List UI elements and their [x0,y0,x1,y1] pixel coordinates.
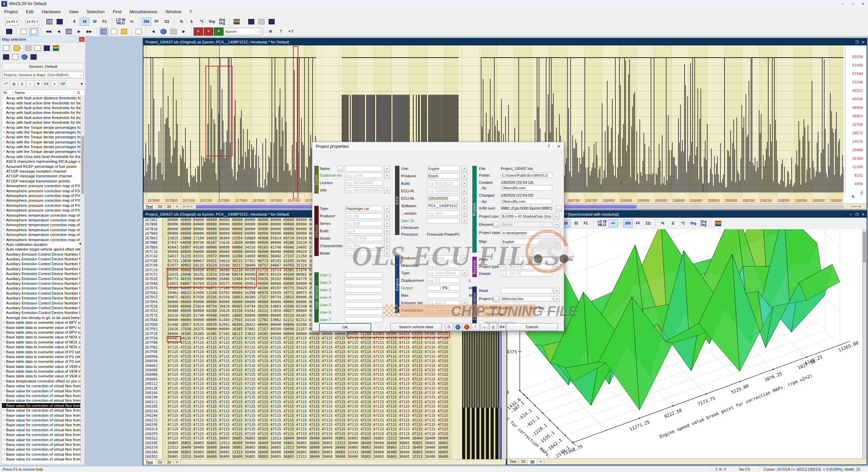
doc-icon[interactable] [29,27,39,36]
doc-icon[interactable] [19,27,28,36]
toolbar-button-item[interactable]: ◀ [149,27,158,36]
minimize-icon[interactable]: ─ [850,213,852,216]
tab-3d[interactable]: 3d [165,460,174,465]
toolbar-button-v[interactable]: V [204,27,213,36]
map-list-scrollbar[interactable]: ◀ [80,95,85,463]
map-list-item[interactable]: Auxiliary Emission Control Device Number… [2,296,85,300]
toolbar-button-lo-hi-hilo[interactable]: LO HI HILO [596,219,608,228]
field-user-4[interactable] [345,295,383,300]
hex-row-268322[interactable]: 26832247115 47115 47115 47115 36865 3686… [143,436,462,440]
tab-2d[interactable]: 2d [156,460,165,465]
toolbar-button-255[interactable]: 255 [623,219,633,228]
menu-item-edit[interactable]: Edit [22,7,37,16]
map-list-item[interactable]: ✳Base table data to overwrite value of B… [2,325,85,330]
field-by[interactable] [501,199,552,204]
dialog-spinner[interactable]: ▲▼ [558,257,563,270]
toolbar-button-ff[interactable]: FF [152,18,161,26]
field-model[interactable] [345,236,383,241]
filter-button-item[interactable]: Δ [18,80,26,87]
toolbar-button-f1[interactable]: F1. [581,219,591,228]
field-build[interactable] [427,181,459,186]
map-list-item[interactable]: Array with fault active time thresholds … [2,100,85,105]
expand-button-producer[interactable]: > [461,255,467,261]
dark-icon[interactable] [246,18,256,26]
dialog-mini-button-5[interactable]: § [489,323,497,331]
menu-item-find[interactable]: Find [109,7,125,16]
field-user-11[interactable] [427,218,459,223]
map-list-item[interactable]: ✳Base table data to overwrite value of P… [2,349,85,354]
field-producer[interactable] [427,255,459,261]
map-list-item[interactable]: ✳Array with the Torque derate percentage… [2,149,85,154]
tab-item[interactable]: = [174,460,181,465]
field-max[interactable] [427,293,459,298]
field-displacement[interactable] [427,278,459,283]
map-list-item[interactable]: ✳Auto calibration duration [2,242,85,247]
field-build[interactable] [345,228,383,234]
field-type[interactable] [427,270,459,276]
field-ecu-nr[interactable] [427,196,459,201]
filter-button-kk[interactable]: KK [43,80,50,87]
expand-button-model[interactable]: > [384,236,390,242]
field-producer[interactable] [345,213,383,219]
map-list-item[interactable]: ✳Base value for correction of virtual No… [2,393,85,398]
browse-button[interactable]: ... [556,205,561,212]
rainbow-icon[interactable] [713,219,723,228]
field-price[interactable] [501,257,552,262]
toolbar-button-111[interactable]: 111 [644,219,653,228]
menu-item-miscellaneous[interactable]: Miscellaneous [125,7,161,16]
hex-row-26816A[interactable]: 26816A47115 47115 47115 47115 47115 4711… [143,391,462,395]
field-folder[interactable] [501,173,552,178]
map-list-item[interactable]: ASCII characters representing INCA page … [2,159,85,164]
field-user-2[interactable] [345,280,383,285]
projects-versions-maps-combo[interactable]: Projects, Versions & Maps: (Ctrl+Shift+F… [2,72,83,78]
menu-item-selection[interactable]: Selection [82,7,108,16]
toolbar-button-org[interactable]: Org [689,219,698,228]
tab-text[interactable]: Text [143,460,156,465]
map-list-item[interactable]: Array with fault active time thresholds … [2,110,85,115]
close-icon[interactable]: x [79,37,84,42]
map-list-item[interactable]: ✳Array with Urea tank level thresholds f… [2,154,85,159]
ok-button[interactable]: OK [319,323,371,332]
dialog-mini-button-6[interactable]: ⚙▾ [498,323,506,331]
hex-row-2680E6[interactable]: 2680E647115 47115 47115 47115 47115 4711… [143,377,462,381]
map-list-item[interactable]: ✳Base table data to overwrite value of B… [2,320,85,325]
expand-button-version[interactable]: > [461,211,467,217]
field-user-6[interactable] [345,310,383,315]
hex-row-26808E[interactable]: 26808E47115 47115 47115 47115 47115 4711… [143,368,462,372]
user-tag-field[interactable] [523,312,560,317]
field-vin[interactable] [345,188,383,193]
map-list-item[interactable]: ✳Base value for correction of virtual No… [2,413,85,417]
toolbar-button-ff[interactable]: FF [633,219,643,228]
menu-item-item[interactable]: ? [185,7,196,16]
hexdump-chart-window-title[interactable]: Project_100437.ols (Original) as Eprom, … [143,39,867,45]
toolbar-button-item[interactable]: Δ [668,219,678,228]
hex-row-2682F6[interactable]: 2682F647115 47115 47115 47115 47115 4711… [143,432,462,436]
colored-maps-icon[interactable] [52,44,60,52]
map-list-item[interactable]: ✳Atmospheric pressure correction map of … [2,208,85,213]
map-list-item[interactable]: Auxiliary Emission Control Device Number… [2,271,85,276]
hex-row-26834E[interactable]: 26834E36865 36865 36865 36865 13313 3840… [143,441,462,445]
map-list-item[interactable]: Auxiliary Emission Control Device Number… [2,291,85,296]
menu-item-project[interactable]: Project [0,7,22,16]
select-map[interactable]: English⌄ [501,239,560,245]
toolbar-button-item[interactable]: +/- [609,219,618,228]
select-project-state[interactable]: in development⌄ [501,230,560,236]
cancel-button[interactable]: Cancel [506,323,558,331]
map-list-item[interactable]: ✳Base value for correction of virtual No… [2,388,85,393]
filter-button-item[interactable]: ⚑ [35,80,42,87]
field-user-5[interactable] [345,302,383,308]
map-list-item[interactable]: ✳Base table data to overwrite value of N… [2,335,85,339]
font-size-spinner[interactable]: 14 Pt▲▼ [25,18,39,25]
expand-button-type[interactable]: > [384,206,390,212]
map-list-item[interactable]: ✳Base value for correction of virtual No… [2,447,85,452]
map-list-item[interactable]: ✳Base value for correction of virtual No… [2,383,85,388]
field-customer-no[interactable] [345,173,383,178]
toolbar-button-org-org[interactable]: Org Org [699,219,708,228]
restore-icon[interactable]: ❐ [855,213,859,216]
gray-icon[interactable] [169,27,178,36]
toolbar-button-32[interactable]: 32 [90,18,99,26]
hex-row-268272[interactable]: 26827247115 47115 47115 47115 47115 4711… [143,418,462,422]
map-list-item[interactable]: ✳Atmospheric temperature correction map … [2,213,85,217]
expand-button-customer-no[interactable]: > [384,173,390,179]
gray-icon[interactable] [257,18,266,26]
